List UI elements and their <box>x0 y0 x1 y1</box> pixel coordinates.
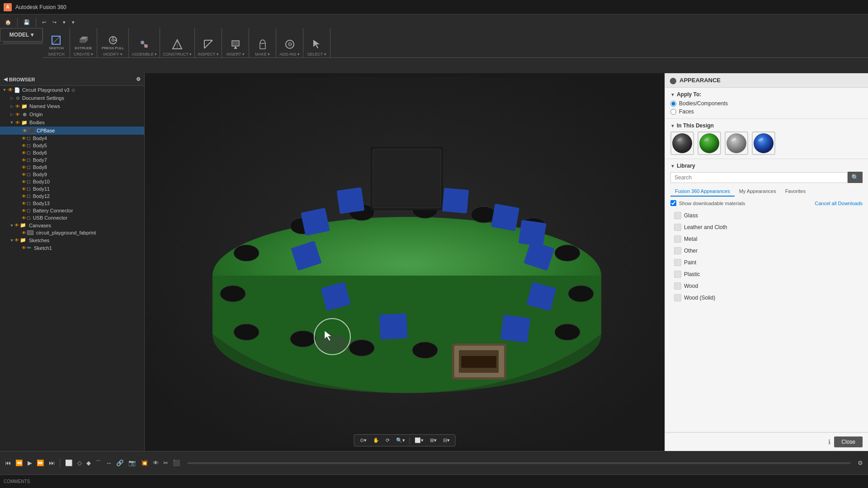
cat-wood-solid[interactable]: Wood (Solid) <box>670 292 863 304</box>
vis-cpbase[interactable]: 👁 <box>22 127 28 134</box>
anim-key-btn[interactable]: ◆ <box>85 458 92 468</box>
toggle-namedViews[interactable]: ▷ <box>9 103 14 109</box>
tree-item-origin[interactable]: ▷ 👁 ⊕ Origin <box>0 110 144 118</box>
tree-item-body6[interactable]: 👁□Body6 <box>0 149 144 156</box>
light-metal-swatch[interactable] <box>725 131 748 155</box>
addins-btn[interactable]: ⚙ <box>282 38 298 51</box>
zoom-btn[interactable]: 🔍▾ <box>393 436 408 445</box>
inspect-btn[interactable] <box>200 38 217 51</box>
tree-item-bodies[interactable]: ▼ 👁 📁 Bodies <box>0 118 144 127</box>
construct-btn[interactable] <box>169 38 185 51</box>
camera-btn[interactable]: ⊙▾ <box>357 436 369 445</box>
cat-plastic[interactable]: Plastic <box>670 268 863 280</box>
toggle-canvases[interactable]: ▼ <box>9 223 14 228</box>
redo-toolbar-btn[interactable]: ↪ <box>50 18 59 27</box>
assemble-btn[interactable] <box>136 38 152 51</box>
orbit-btn[interactable]: ✋ <box>370 436 382 445</box>
toggle-origin[interactable]: ▷ <box>9 112 14 117</box>
anim-last-btn[interactable]: ⏭ <box>47 458 56 468</box>
blue-swatch[interactable] <box>752 131 775 155</box>
redo-dropdown-btn[interactable]: ▾ <box>70 18 77 27</box>
tree-item-body11[interactable]: 👁□Body11 <box>0 185 144 192</box>
anim-next-btn[interactable]: ⏩ <box>35 458 46 468</box>
apply-to-header[interactable]: ▼ Apply To: <box>670 91 863 98</box>
create-sketch-btn[interactable]: SKETCH <box>47 34 65 51</box>
extrude-btn[interactable]: EXTRUDE <box>73 34 94 51</box>
tree-item-root[interactable]: ▼ 👁 📄 Circuit Playground v3 ⊙ <box>0 86 144 94</box>
display-btn[interactable]: ⬜▾ <box>412 436 426 445</box>
tree-item-body12[interactable]: 👁□Body12 <box>0 192 144 200</box>
green-swatch[interactable] <box>698 131 721 155</box>
tree-item-namedViews[interactable]: ▷ 👁 📁 Named Views <box>0 102 144 110</box>
anim-prev-btn[interactable]: ⏪ <box>14 458 24 468</box>
tree-item-body4[interactable]: 👁□Body4 <box>0 135 144 142</box>
vis-namedViews[interactable]: 👁 <box>14 103 21 109</box>
vis-docSettings[interactable]: ⚙ <box>14 95 21 101</box>
close-appearance-btn[interactable]: Close <box>834 436 863 447</box>
grid-btn[interactable]: ⊞▾ <box>427 436 439 445</box>
anim-first-btn[interactable]: ⏮ <box>4 458 12 468</box>
anim-point-btn[interactable]: ◇ <box>76 458 83 468</box>
toggle-cpbase[interactable] <box>16 128 22 133</box>
faces-radio[interactable] <box>670 109 676 115</box>
tree-item-docSettings[interactable]: ▷ ⚙ Document Settings <box>0 94 144 102</box>
tree-item-body10[interactable]: 👁□Body10 <box>0 178 144 185</box>
tree-item-body8[interactable]: 👁□Body8 <box>0 164 144 171</box>
anim-camera-btn[interactable]: 📷 <box>127 458 137 468</box>
root-extra[interactable]: ⊙ <box>71 88 75 93</box>
toggle-docSettings[interactable]: ▷ <box>9 95 14 101</box>
undo-dropdown-btn[interactable]: ▾ <box>61 18 68 27</box>
anim-extra-btn[interactable]: ⬛ <box>171 458 182 468</box>
anim-explode-btn[interactable]: 💥 <box>139 458 150 468</box>
select-btn[interactable] <box>309 38 325 51</box>
model-dropdown[interactable]: MODEL ▾ <box>0 28 43 42</box>
toggle-root[interactable]: ▼ <box>2 87 7 93</box>
modify-btn[interactable]: PRESS PULL <box>100 34 126 51</box>
anim-motion-btn[interactable]: ↔ <box>104 458 113 468</box>
anim-visibility-btn[interactable]: 👁 <box>151 458 160 468</box>
tree-item-canvases[interactable]: ▼ 👁 📁 Canvases <box>0 221 144 229</box>
browser-content[interactable]: ▼ 👁 📄 Circuit Playground v3 ⊙ ▷ ⚙ Docume… <box>0 86 144 451</box>
panel-btn[interactable]: ⊟▾ <box>440 436 453 445</box>
tree-item-body5[interactable]: 👁□Body5 <box>0 142 144 149</box>
viewport[interactable]: ⊙▾ ✋ ⟳ 🔍▾ ⬜▾ ⊞▾ ⊟▾ <box>145 73 665 451</box>
home-btn[interactable]: 🏠 <box>3 18 14 27</box>
tab-favorites[interactable]: Favorites <box>781 187 810 197</box>
tree-item-battConn[interactable]: 👁□Battery Connector <box>0 207 144 214</box>
tab-my-appearances[interactable]: My Appearances <box>735 187 781 197</box>
pan-btn[interactable]: ⟳ <box>383 436 392 445</box>
dark-metal-swatch[interactable] <box>670 131 694 155</box>
cat-leather[interactable]: Leather and Cloth <box>670 221 863 233</box>
anim-frame-btn[interactable]: ⬜ <box>64 458 74 468</box>
tree-item-sketches[interactable]: ▼ 👁 📁 Sketches <box>0 236 144 244</box>
tree-item-body9[interactable]: 👁□Body9 <box>0 171 144 178</box>
browser-collapse-btn[interactable]: ◀ <box>4 76 7 82</box>
browser-filter-btn[interactable]: ⚙ <box>136 76 141 82</box>
settings-btn[interactable]: ⚙ <box>856 458 864 468</box>
anim-play-btn[interactable]: ▶ <box>26 458 33 468</box>
search-submit-btn[interactable]: 🔍 <box>848 172 863 183</box>
tree-item-usbConn[interactable]: 👁□USB Connector <box>0 214 144 221</box>
vis-bodies[interactable]: 👁 <box>14 119 21 126</box>
tree-item-sketch1[interactable]: 👁 ✏ Sketch1 <box>0 244 144 252</box>
save-btn[interactable]: 💾 <box>21 18 32 27</box>
undo-toolbar-btn[interactable]: ↩ <box>40 18 48 27</box>
anim-section-btn[interactable]: ✂ <box>162 458 170 468</box>
toggle-sketches[interactable]: ▼ <box>9 238 14 243</box>
comments-btn[interactable]: COMMENTS <box>4 479 30 484</box>
cat-metal[interactable]: Metal <box>670 233 863 245</box>
cat-wood[interactable]: Wood <box>670 280 863 292</box>
tab-fusion360-appearances[interactable]: Fusion 360 Appearances <box>670 187 735 197</box>
library-header[interactable]: ▼ Library <box>670 163 863 169</box>
cat-other[interactable]: Other <box>670 245 863 257</box>
vis-root[interactable]: 👁 <box>7 87 14 93</box>
in-design-header[interactable]: ▼ In This Design <box>670 122 863 129</box>
tree-item-fabprint[interactable]: 👁 circuit_playground_fabprint <box>0 229 144 236</box>
tree-item-body13[interactable]: 👁□Body13 <box>0 200 144 207</box>
anim-joint-btn[interactable]: 🔗 <box>115 458 125 468</box>
cat-paint[interactable]: Paint <box>670 257 863 268</box>
tree-item-cpbase[interactable]: 👁 ⬛ CPBase <box>0 127 144 135</box>
insert-btn[interactable] <box>227 38 244 51</box>
make-btn[interactable] <box>255 38 271 51</box>
anim-curve-btn[interactable]: ⌒ <box>94 458 103 469</box>
